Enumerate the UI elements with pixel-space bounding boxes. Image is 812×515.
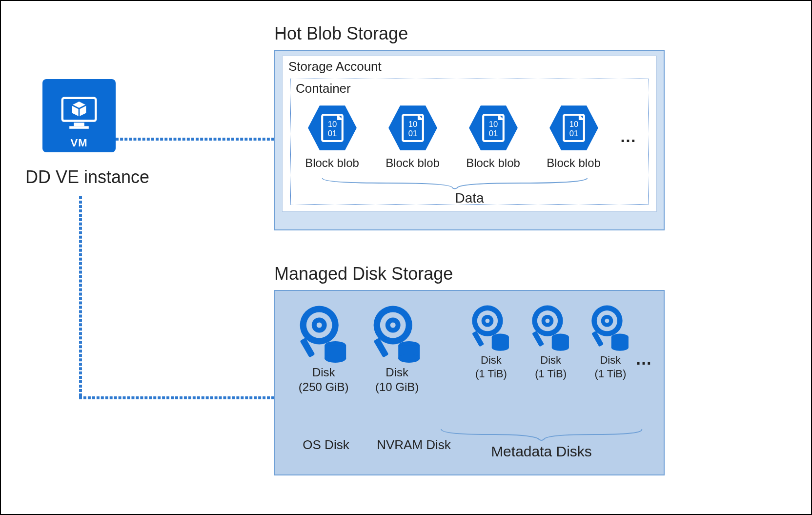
svg-point-24: [317, 323, 322, 328]
disk-icon: [589, 304, 632, 350]
svg-point-40: [486, 319, 490, 323]
svg-text:10: 10: [327, 120, 337, 129]
block-blob-item: 10 01 Block blob: [303, 103, 362, 170]
disk-role-row: OS Disk NVRAM Disk: [287, 437, 453, 453]
connector-vm-down: [79, 196, 82, 396]
block-blob-item: 10 01 Block blob: [464, 103, 523, 170]
container-box: Container 10 01 Bl: [290, 79, 649, 205]
block-blob-row: 10 01 Block blob 10: [303, 103, 636, 170]
metadata-disk-item: Disk (1 TiB): [581, 304, 640, 380]
svg-text:10: 10: [408, 120, 417, 129]
block-blob-label: Block blob: [386, 156, 440, 170]
connector-vm-to-blob: [116, 138, 274, 141]
svg-text:10: 10: [488, 120, 498, 129]
hexagon-binary-icon: 10 01: [548, 103, 599, 153]
hot-blob-panel: Storage Account Container 10 01: [274, 50, 665, 230]
hexagon-binary-icon: 10 01: [387, 103, 438, 153]
data-group-label: Data: [291, 190, 648, 206]
svg-point-36: [398, 354, 420, 363]
hexagon-binary-icon: 10 01: [307, 103, 358, 153]
managed-disk-panel: Disk (250 GiB): [274, 290, 665, 475]
block-blob-label: Block blob: [305, 156, 359, 170]
svg-text:01: 01: [569, 129, 578, 138]
os-disk-item: Disk (250 GiB): [287, 304, 360, 394]
vm-caption: VM: [71, 137, 88, 149]
ellipsis-icon: …: [635, 350, 652, 369]
svg-point-48: [545, 319, 549, 323]
diagram-canvas: VM DD VE instance Hot Blob Storage Stora…: [0, 0, 812, 515]
ellipsis-icon: …: [620, 127, 636, 146]
hexagon-binary-icon: 10 01: [468, 103, 519, 153]
curly-brace-icon: [439, 427, 644, 442]
disk-row: Disk (250 GiB): [287, 304, 652, 394]
metadata-disk-label: Disk (1 TiB): [475, 353, 507, 380]
block-blob-label: Block blob: [547, 156, 601, 170]
disk-icon: [297, 304, 350, 362]
svg-text:01: 01: [408, 129, 417, 138]
disk-icon: [370, 304, 424, 362]
os-disk-role: OS Disk: [287, 437, 365, 453]
container-label: Container: [296, 81, 351, 96]
svg-point-60: [611, 344, 629, 351]
metadata-disk-item: Disk (1 TiB): [521, 304, 581, 380]
svg-text:01: 01: [327, 129, 337, 138]
managed-disk-title: Managed Disk Storage: [274, 264, 453, 284]
svg-rect-1: [74, 123, 84, 126]
curly-brace-icon: [320, 176, 589, 190]
nvram-disk-item: Disk (10 GiB): [360, 304, 433, 394]
block-blob-item: 10 01 Block blob: [544, 103, 603, 170]
metadata-disk-label: Disk (1 TiB): [535, 353, 567, 380]
svg-point-32: [390, 323, 395, 328]
svg-text:10: 10: [569, 120, 578, 129]
vm-instance-label: DD VE instance: [25, 167, 149, 187]
block-blob-item: 10 01 Block blob: [383, 103, 442, 170]
svg-rect-2: [69, 126, 89, 128]
vm-icon-box: VM: [42, 79, 116, 152]
svg-text:01: 01: [488, 129, 498, 138]
connector-vm-to-disk: [79, 396, 274, 399]
svg-point-28: [325, 354, 346, 363]
svg-point-52: [551, 344, 568, 351]
svg-point-44: [492, 344, 509, 351]
metadata-disk-label: Disk (1 TiB): [594, 353, 626, 380]
block-blob-label: Block blob: [466, 156, 520, 170]
monitor-cube-icon: [57, 93, 101, 137]
nvram-disk-label: Disk (10 GiB): [375, 365, 419, 394]
storage-account-label: Storage Account: [288, 59, 382, 74]
hot-blob-title: Hot Blob Storage: [274, 23, 408, 44]
disk-icon: [469, 304, 512, 350]
metadata-group-label: Metadata Disks: [439, 443, 644, 460]
svg-point-56: [605, 319, 609, 323]
os-disk-label: Disk (250 GiB): [299, 365, 349, 394]
metadata-disk-item: Disk (1 TiB): [461, 304, 521, 380]
storage-account-box: Storage Account Container 10 01: [282, 56, 657, 212]
disk-icon: [529, 304, 572, 350]
